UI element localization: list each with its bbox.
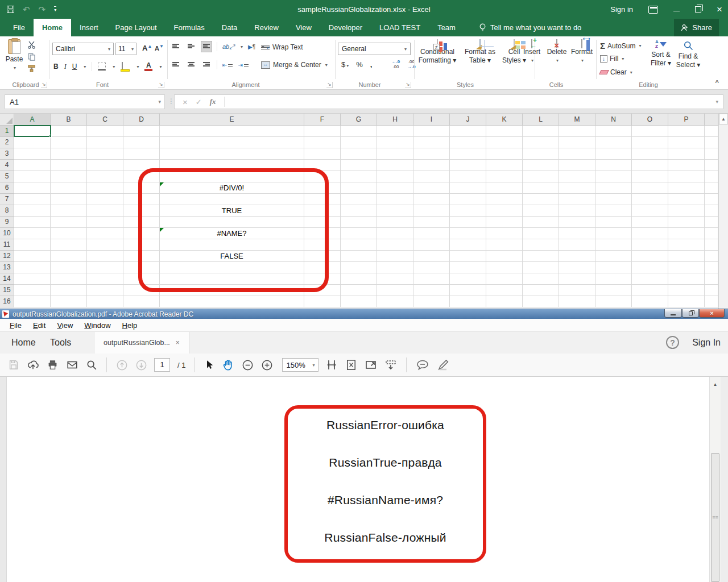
cell-P14[interactable] — [668, 273, 705, 285]
cell-O9[interactable] — [632, 217, 668, 228]
cell-O10[interactable] — [632, 228, 668, 239]
row-header-12[interactable]: 12 — [0, 251, 14, 262]
cut-icon[interactable] — [27, 41, 36, 49]
cell-C7[interactable] — [87, 194, 123, 205]
column-header-A[interactable]: A — [14, 114, 51, 126]
cell-P10[interactable] — [668, 228, 705, 239]
grow-font-button[interactable]: A▲ — [142, 44, 152, 52]
shrink-font-button[interactable]: A▼ — [155, 44, 164, 52]
hand-tool-icon[interactable] — [221, 358, 235, 372]
cell-J5[interactable] — [450, 171, 486, 182]
cell-A6[interactable] — [14, 182, 51, 194]
cell-A7[interactable] — [14, 194, 51, 205]
cell-C12[interactable] — [87, 251, 123, 262]
column-header-D[interactable]: D — [123, 114, 160, 126]
cell-M15[interactable] — [559, 285, 595, 296]
cell-partial[interactable] — [705, 194, 718, 205]
cell-B11[interactable] — [51, 239, 87, 251]
ribbon-tab-view[interactable]: View — [287, 19, 320, 36]
row-header-11[interactable]: 11 — [0, 239, 14, 251]
cell-M4[interactable] — [559, 160, 595, 171]
cell-M7[interactable] — [559, 194, 595, 205]
cell-I15[interactable] — [413, 285, 450, 296]
insert-cells-button[interactable]: ←+ Insert ▾ — [519, 40, 545, 64]
cell-A12[interactable] — [14, 251, 51, 262]
cell-J2[interactable] — [450, 137, 486, 148]
column-header-I[interactable]: I — [413, 114, 450, 126]
cell-N8[interactable] — [595, 205, 632, 217]
enter-check-icon[interactable]: ✓ — [196, 98, 202, 106]
cell-L3[interactable] — [523, 148, 559, 160]
cell-I10[interactable] — [413, 228, 450, 239]
cell-A13[interactable] — [14, 262, 51, 273]
number-format-select[interactable]: General▾ — [338, 43, 411, 55]
cell-J6[interactable] — [450, 182, 486, 194]
cell-M5[interactable] — [559, 171, 595, 182]
cell-M1[interactable] — [559, 126, 595, 137]
cell-D2[interactable] — [123, 137, 160, 148]
cell-P16[interactable] — [668, 296, 705, 307]
cell-O6[interactable] — [632, 182, 668, 194]
cell-M11[interactable] — [559, 239, 595, 251]
cell-H16[interactable] — [377, 296, 413, 307]
select-tool-icon[interactable] — [203, 359, 215, 371]
cell-N9[interactable] — [595, 217, 632, 228]
cell-N1[interactable] — [595, 126, 632, 137]
cell-K13[interactable] — [486, 262, 523, 273]
cell-N11[interactable] — [595, 239, 632, 251]
align-left-button[interactable] — [171, 60, 181, 70]
decrease-indent-icon[interactable]: ⇤ — [222, 62, 233, 68]
clear-button[interactable]: Clear ▾ — [600, 68, 632, 76]
cell-J9[interactable] — [450, 217, 486, 228]
cell-B9[interactable] — [51, 217, 87, 228]
cell-partial[interactable] — [705, 217, 718, 228]
increase-decimal-icon[interactable]: ←.0.00 — [391, 60, 400, 70]
cell-M9[interactable] — [559, 217, 595, 228]
column-header-C[interactable]: C — [87, 114, 123, 126]
cell-I13[interactable] — [413, 262, 450, 273]
cell-O1[interactable] — [632, 126, 668, 137]
cell-K4[interactable] — [486, 160, 523, 171]
cell-C16[interactable] — [87, 296, 123, 307]
name-box-dropdown-icon[interactable]: ▾ — [158, 99, 161, 105]
cell-B2[interactable] — [51, 137, 87, 148]
cell-C4[interactable] — [87, 160, 123, 171]
zoom-in-icon[interactable] — [260, 359, 274, 372]
cell-O15[interactable] — [632, 285, 668, 296]
column-header-F[interactable]: F — [304, 114, 341, 126]
fill-color-dropdown-icon[interactable]: ▾ — [136, 64, 139, 69]
row-header-15[interactable]: 15 — [0, 285, 14, 296]
cell-H6[interactable] — [377, 182, 413, 194]
orientation-icon[interactable]: ab⤢ — [222, 43, 234, 51]
cell-partial[interactable] — [705, 285, 718, 296]
cell-N10[interactable] — [595, 228, 632, 239]
cell-K14[interactable] — [486, 273, 523, 285]
acrobat-tab-home[interactable]: Home — [3, 332, 44, 354]
cell-P15[interactable] — [668, 285, 705, 296]
cell-I1[interactable] — [413, 126, 450, 137]
cell-E16[interactable] — [160, 296, 304, 307]
font-color-dropdown-icon[interactable]: ▾ — [159, 64, 162, 69]
column-header-B[interactable]: B — [51, 114, 87, 126]
align-right-button[interactable] — [201, 60, 212, 70]
column-header-O[interactable]: O — [632, 114, 668, 126]
cell-J12[interactable] — [450, 251, 486, 262]
cell-J7[interactable] — [450, 194, 486, 205]
cell-partial[interactable] — [705, 228, 718, 239]
cell-A3[interactable] — [14, 148, 51, 160]
acrobat-sign-in[interactable]: Sign In — [692, 332, 721, 354]
cell-M14[interactable] — [559, 273, 595, 285]
acrobat-document-tab[interactable]: outputRussianGlob... × — [94, 332, 189, 354]
cell-B15[interactable] — [51, 285, 87, 296]
cell-E3[interactable] — [160, 148, 304, 160]
cell-C5[interactable] — [87, 171, 123, 182]
column-header-K[interactable]: K — [486, 114, 523, 126]
name-box[interactable]: A1 ▾ — [5, 94, 165, 109]
cell-H14[interactable] — [377, 273, 413, 285]
row-header-13[interactable]: 13 — [0, 262, 14, 273]
cell-L8[interactable] — [523, 205, 559, 217]
ribbon-tab-file[interactable]: File — [5, 19, 34, 36]
cell-F1[interactable] — [304, 126, 341, 137]
cell-L14[interactable] — [523, 273, 559, 285]
cell-H15[interactable] — [377, 285, 413, 296]
